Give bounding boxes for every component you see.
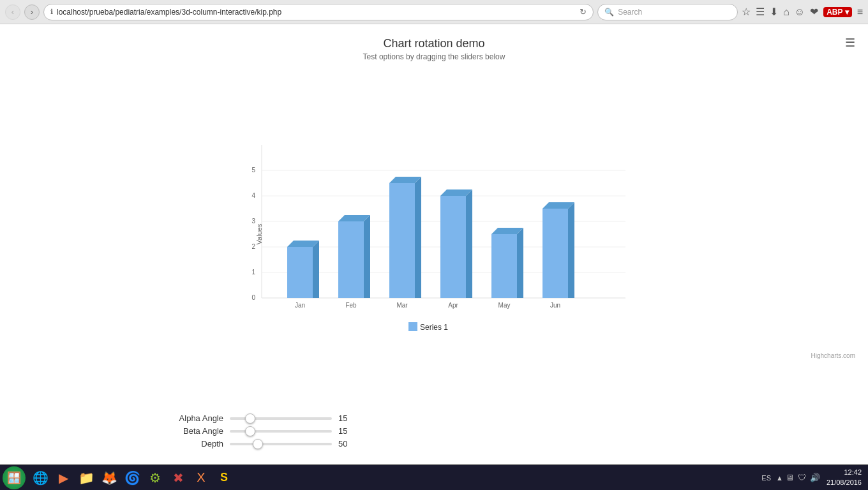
- menu-icon[interactable]: ≡: [857, 6, 863, 18]
- chart-title: Chart rotation demo: [0, 37, 868, 50]
- home-icon[interactable]: ⌂: [783, 6, 789, 18]
- tray-date: 21/08/2016: [827, 478, 862, 487]
- svg-marker-27: [517, 228, 523, 298]
- tray-language: ES: [761, 474, 771, 482]
- svg-marker-13: [287, 247, 313, 298]
- column-3: [389, 177, 421, 298]
- slider-row-alpha: Alpha Angle 15: [166, 413, 868, 423]
- tray-security-icon: 🛡: [798, 473, 806, 482]
- svg-text:Feb: Feb: [345, 302, 357, 309]
- svg-text:Mar: Mar: [396, 302, 408, 309]
- taskbar-gyroflow-icon[interactable]: ⚙: [144, 467, 166, 489]
- alpha-angle-value: 15: [338, 413, 357, 423]
- tray-icons: 🖥 🛡 🔊: [786, 473, 820, 482]
- svg-text:1: 1: [251, 269, 255, 276]
- forward-button[interactable]: ›: [24, 4, 40, 20]
- svg-marker-19: [389, 183, 415, 298]
- taskbar-folder-icon[interactable]: 📁: [75, 467, 97, 489]
- svg-text:May: May: [498, 302, 511, 309]
- beta-angle-slider[interactable]: [230, 430, 332, 433]
- search-placeholder: Search: [618, 8, 642, 17]
- column-2: [338, 215, 370, 298]
- search-box[interactable]: 🔍 Search: [597, 4, 738, 20]
- taskbar-firefox-icon[interactable]: 🦊: [98, 467, 120, 489]
- beta-angle-value: 15: [338, 426, 357, 436]
- chart-area: Values 0 1 2 3: [0, 64, 868, 404]
- svg-marker-21: [415, 177, 421, 298]
- sliders-section: Alpha Angle 15 Beta Angle 15 Depth 50: [0, 404, 868, 464]
- svg-marker-30: [568, 202, 574, 298]
- column-1: [287, 241, 319, 298]
- column-6: [542, 202, 574, 298]
- tray-time: 12:42: [827, 468, 862, 477]
- tray-network-icon: 🖥: [786, 473, 794, 482]
- page-content: Chart rotation demo Test options by drag…: [0, 24, 868, 464]
- svg-text:Jan: Jan: [295, 302, 305, 309]
- chart-svg: 0 1 2 3 4 5: [211, 132, 657, 336]
- y-axis-label: Values: [255, 224, 263, 245]
- svg-text:0: 0: [251, 294, 255, 301]
- chart-subtitle: Test options by dragging the sliders bel…: [0, 52, 868, 61]
- svg-marker-16: [338, 221, 364, 298]
- highcharts-credit: Highcharts.com: [811, 352, 855, 359]
- refresh-button[interactable]: ↻: [580, 7, 587, 17]
- chart-container: Chart rotation demo Test options by drag…: [0, 24, 868, 464]
- svg-text:4: 4: [251, 192, 255, 199]
- depth-slider[interactable]: [230, 443, 332, 445]
- column-5: [491, 228, 523, 298]
- reading-view-icon[interactable]: ☰: [756, 6, 765, 18]
- alpha-angle-label: Alpha Angle: [166, 413, 223, 423]
- svg-text:5: 5: [251, 167, 255, 174]
- beta-angle-label: Beta Angle: [166, 426, 223, 436]
- column-4: [440, 189, 472, 298]
- svg-marker-28: [542, 209, 568, 298]
- address-bar[interactable]: ℹ localhost/prueba/pediatria/examples/3d…: [43, 4, 594, 20]
- svg-marker-24: [466, 189, 472, 298]
- taskbar-app5-icon[interactable]: ✖: [167, 467, 189, 489]
- tray-speaker-icon: 🔊: [810, 473, 820, 482]
- svg-text:Jun: Jun: [550, 302, 560, 309]
- svg-marker-15: [313, 241, 319, 298]
- taskbar-xampp-icon[interactable]: X: [190, 467, 212, 489]
- taskbar-ie-icon[interactable]: 🌐: [29, 467, 51, 489]
- depth-value: 50: [338, 439, 357, 449]
- taskbar-tray: ES ▲ 🖥 🛡 🔊 12:42 21/08/2016: [761, 468, 865, 487]
- favorites-icon[interactable]: ☺: [795, 6, 805, 18]
- legend-label: Series 1: [420, 323, 448, 332]
- download-icon[interactable]: ⬇: [770, 6, 778, 18]
- slider-row-depth: Depth 50: [166, 439, 868, 449]
- taskbar-chrome-icon[interactable]: 🌀: [121, 467, 143, 489]
- search-icon: 🔍: [604, 8, 614, 17]
- browser-toolbar: ‹ › ℹ localhost/prueba/pediatria/example…: [0, 0, 868, 24]
- taskbar-app6-icon[interactable]: S: [213, 467, 235, 489]
- svg-text:Apr: Apr: [448, 302, 458, 309]
- bookmark-star-icon[interactable]: ☆: [742, 6, 751, 18]
- svg-marker-18: [364, 215, 370, 298]
- url-text: localhost/prueba/pediatria/examples/3d-c…: [57, 8, 576, 17]
- toolbar-icons: ☆ ☰ ⬇ ⌂ ☺ ❤ ABP ▾ ≡: [742, 6, 863, 18]
- legend-color-box: [408, 322, 417, 331]
- start-button[interactable]: 🪟: [3, 466, 26, 489]
- taskbar: 🪟 🌐 ▶ 📁 🦊 🌀 ⚙ ✖ X S ES ▲ 🖥 🛡 🔊 12:42 21/…: [0, 464, 868, 490]
- alpha-angle-slider[interactable]: [230, 417, 332, 420]
- svg-marker-25: [491, 234, 517, 298]
- slider-row-beta: Beta Angle 15: [166, 426, 868, 436]
- back-button[interactable]: ‹: [5, 4, 20, 20]
- tray-up-arrow: ▲: [776, 474, 783, 482]
- taskbar-media-icon[interactable]: ▶: [52, 467, 74, 489]
- chart-header: Chart rotation demo Test options by drag…: [0, 24, 868, 64]
- pocket-icon[interactable]: ❤: [810, 6, 818, 18]
- depth-label: Depth: [166, 439, 223, 449]
- adblock-button[interactable]: ABP ▾: [823, 7, 851, 17]
- svg-marker-22: [440, 196, 466, 298]
- browser-window: ‹ › ℹ localhost/prueba/pediatria/example…: [0, 0, 868, 490]
- lock-icon: ℹ: [50, 8, 53, 16]
- tray-clock[interactable]: 12:42 21/08/2016: [823, 468, 865, 487]
- hamburger-menu[interactable]: ☰: [845, 37, 855, 48]
